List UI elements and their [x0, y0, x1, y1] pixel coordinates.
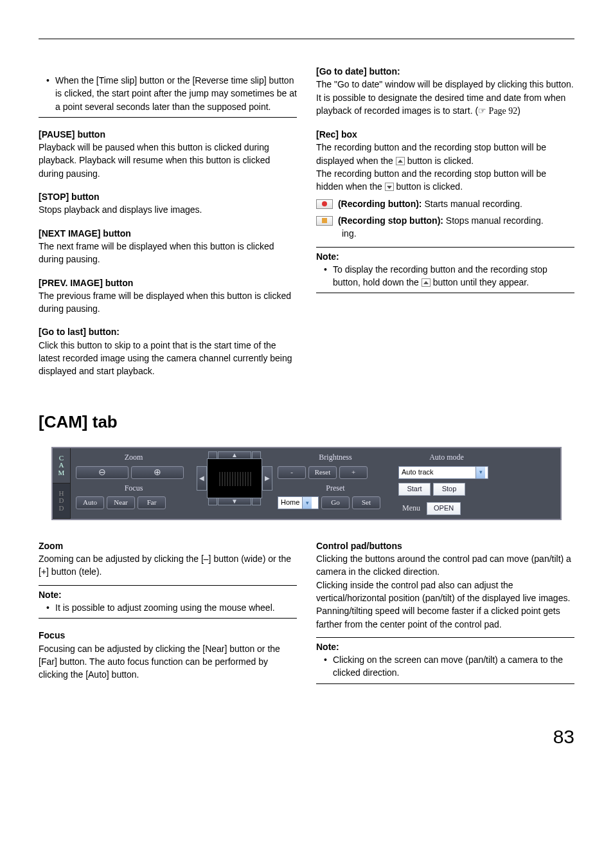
focus-auto-button[interactable]: Auto: [76, 496, 104, 509]
pan-up-left-button[interactable]: [208, 451, 217, 459]
nextimage-text: The next frame will be displayed when th…: [39, 240, 297, 266]
focus-section-text: Focusing can be adjusted by clicking the…: [39, 642, 297, 682]
note-label: Note:: [316, 250, 574, 263]
brightness-down-button[interactable]: -: [278, 466, 306, 479]
automode-start-button[interactable]: Start: [398, 483, 431, 496]
automode-label: Auto mode: [398, 452, 495, 463]
bullet-timeslip: •When the [Time slip] button or the [Rev…: [46, 74, 297, 113]
brightness-up-button[interactable]: +: [339, 466, 368, 479]
menu-open-button[interactable]: OPEN: [427, 502, 461, 515]
recording-stop-button-def: (Recording stop button): Stops manual re…: [316, 214, 574, 240]
record-stop-square-icon: [316, 216, 333, 226]
pan-up-right-button[interactable]: [252, 451, 261, 459]
zoom-out-button[interactable]: [76, 466, 129, 479]
zoom-label: Zoom: [76, 452, 191, 463]
stop-heading: [STOP] button: [39, 190, 297, 203]
controlpad-text: Clicking the buttons around the control …: [316, 552, 574, 631]
cam-panel: C A M H D D Zoom Focus Auto Near Far ▲ ◀…: [51, 447, 562, 520]
show-rec-icon: [396, 157, 405, 165]
brightness-label: Brightness: [278, 452, 393, 463]
gotodate-text: The "Go to date" window will be displaye…: [316, 78, 574, 118]
pan-down-right-button[interactable]: [252, 498, 261, 505]
gotolast-text: Click this button to skip to a point tha…: [39, 339, 297, 378]
cam-tab-title: [CAM] tab: [39, 410, 574, 435]
focus-section-heading: Focus: [39, 629, 297, 642]
chevron-down-icon: ▾: [475, 467, 485, 478]
recbox-text1: The recording button and the recording s…: [316, 141, 574, 167]
preset-select[interactable]: Home▾: [278, 496, 319, 509]
zoom-section-text: Zooming can be adjusted by clicking the …: [39, 552, 297, 579]
gotodate-heading: [Go to date] button:: [316, 65, 574, 78]
pan-down-button[interactable]: ▼: [218, 498, 251, 505]
automode-select[interactable]: Auto track▾: [398, 466, 488, 479]
tab-hdd[interactable]: H D D: [53, 484, 70, 519]
gotolast-heading: [Go to last] button:: [39, 325, 297, 338]
pan-up-button[interactable]: ▲: [218, 451, 251, 459]
page-ref-icon: ☞ Page 92: [478, 106, 517, 116]
control-pad[interactable]: ▲ ◀ ▶ ▼: [197, 452, 272, 505]
preset-label: Preset: [278, 483, 393, 494]
focus-label: Focus: [76, 483, 191, 494]
pause-heading: [PAUSE] button: [39, 128, 297, 141]
previmage-heading: [PREV. IMAGE] button: [39, 276, 297, 289]
menu-label: Menu: [398, 503, 424, 514]
record-circle-icon: [316, 199, 333, 209]
controlpad-heading: Control pad/buttons: [316, 539, 574, 552]
hide-rec-icon: [385, 183, 394, 191]
pan-down-left-button[interactable]: [208, 498, 217, 505]
tab-cam[interactable]: C A M: [53, 448, 70, 484]
recbox-text2: The recording button and the recording s…: [316, 167, 574, 194]
note-label: Note:: [316, 640, 574, 653]
stop-text: Stops playback and displays live images.: [39, 203, 297, 216]
note-label: Note:: [39, 588, 297, 601]
zoom-section-heading: Zoom: [39, 539, 297, 552]
preset-go-button[interactable]: Go: [321, 496, 350, 509]
brightness-reset-button[interactable]: Reset: [308, 466, 337, 479]
page-number: 83: [39, 723, 574, 751]
focus-far-button[interactable]: Far: [138, 496, 166, 509]
recbox-heading: [Rec] box: [316, 128, 574, 141]
nextimage-heading: [NEXT IMAGE] button: [39, 227, 297, 240]
pan-right-button[interactable]: ▶: [262, 466, 272, 491]
recording-button-def: (Recording button): Starts manual record…: [316, 197, 574, 210]
preset-set-button[interactable]: Set: [352, 496, 380, 509]
chevron-down-icon: ▾: [302, 497, 312, 509]
note-click-pan: •Clicking on the screen can move (pan/ti…: [324, 653, 574, 680]
note-zoom-wheel: •It is possible to adjust zooming using …: [46, 601, 297, 614]
pause-text: Playback will be paused when this button…: [39, 141, 297, 180]
show-rec-icon: [422, 278, 431, 287]
previmage-text: The previous frame will be displayed whe…: [39, 289, 297, 316]
automode-stop-button[interactable]: Stop: [433, 483, 465, 496]
pan-left-button[interactable]: ◀: [197, 466, 207, 491]
note-recbox: • To display the recording button and th…: [324, 263, 574, 289]
zoom-in-button[interactable]: [131, 466, 184, 479]
focus-near-button[interactable]: Near: [107, 496, 135, 509]
